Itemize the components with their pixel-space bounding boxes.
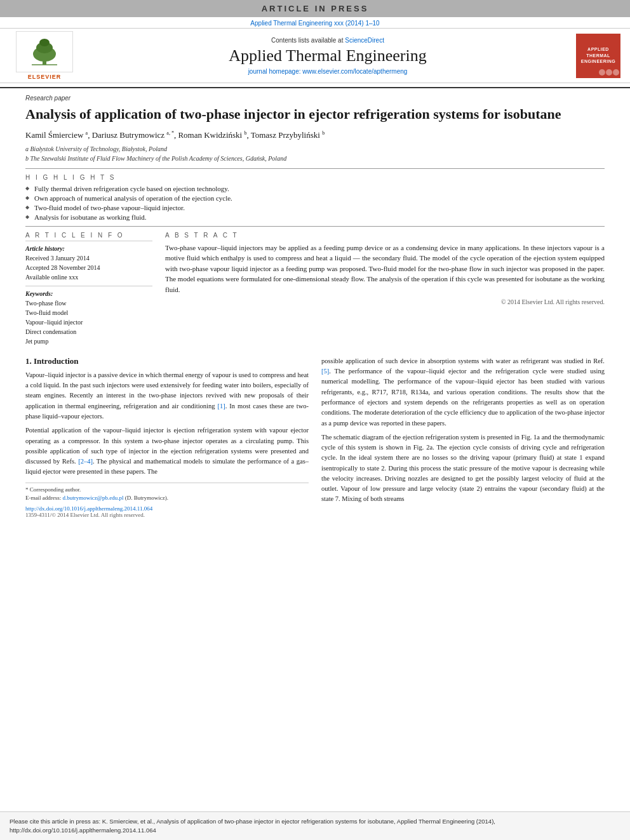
highlights-title: H I G H L I G H T S [25, 174, 605, 181]
highlights-list: Fully thermal driven refrigeration cycle… [25, 185, 605, 221]
elsevier-tree-svg [25, 36, 64, 68]
highlight-item-4: Analysis for isobutane as working fluid. [25, 213, 605, 221]
body-left-col: 1. Introduction Vapour–liquid injector i… [25, 356, 309, 518]
kw-2: Two-fluid model [25, 309, 68, 316]
svg-point-3 [39, 39, 50, 46]
elsevier-logo-img [16, 31, 73, 72]
divider-2 [25, 226, 605, 227]
science-direct-link[interactable]: ScienceDirect [345, 37, 384, 44]
history-label: Article history: [25, 245, 152, 252]
issn-line: 1359-4311/© 2014 Elsevier Ltd. All right… [25, 512, 309, 518]
homepage-url[interactable]: www.elsevier.com/locate/apthermeng [302, 68, 407, 75]
right-para-1: possible application of such device in a… [321, 356, 605, 429]
citation-bar: Please cite this article in press as: K.… [0, 811, 630, 841]
logo-line-1: APPLIED [587, 46, 609, 53]
email-label: E-mail address: [25, 495, 61, 501]
ref-5[interactable]: [5] [321, 368, 329, 375]
journal-logo-box: APPLIED THERMAL ENGINEERING [576, 34, 620, 78]
logo-circle-1 [599, 69, 605, 76]
homepage-label: journal homepage: [248, 68, 301, 75]
research-paper-label: Research paper [25, 95, 605, 102]
divider-keywords [25, 286, 152, 286]
journal-header-inner: ELSEVIER Contents lists available at Sci… [0, 28, 630, 83]
keywords-label: Keywords: [25, 290, 152, 297]
info-abstract-section: A R T I C L E I N F O Article history: R… [25, 232, 605, 350]
affiliation-a: a Białystok University of Technology, Bi… [25, 144, 605, 154]
journal-center: Contents lists available at ScienceDirec… [83, 37, 573, 75]
corresponding-author-note: * Corresponding author. E-mail address: … [25, 486, 309, 503]
article-info-col: A R T I C L E I N F O Article history: R… [25, 232, 152, 350]
abstract-text: Two-phase vapour–liquid injectors may be… [165, 243, 605, 295]
keywords-list: Two-phase flow Two-fluid model Vapour–li… [25, 298, 152, 346]
kw-3: Vapour–liquid injector [25, 319, 83, 326]
body-two-col: 1. Introduction Vapour–liquid injector i… [25, 356, 605, 518]
doi-link[interactable]: http://dx.doi.org/10.1016/j.applthermale… [25, 505, 309, 512]
journal-contents-line: Contents lists available at ScienceDirec… [83, 37, 573, 44]
journal-logo-right: APPLIED THERMAL ENGINEERING [573, 34, 624, 78]
article-title: Analysis of application of two-phase inj… [25, 105, 605, 124]
abstract-col: A B S T R A C T Two-phase vapour–liquid … [165, 232, 605, 350]
logo-circle-2 [606, 69, 612, 76]
kw-4: Direct condensation [25, 328, 76, 335]
logo-circles [599, 69, 619, 76]
email-address[interactable]: d.butrymowicz@pb.edu.pl [62, 495, 123, 501]
footnote-area: * Corresponding author. E-mail address: … [25, 483, 309, 518]
body-right-col: possible application of such device in a… [321, 356, 605, 518]
journal-top-line: Applied Thermal Engineering xxx (2014) 1… [0, 17, 630, 28]
article-content: Research paper Analysis of application o… [0, 88, 630, 811]
intro-para-2: Potential application of the vapour–liqu… [25, 425, 309, 477]
elsevier-text: ELSEVIER [28, 74, 62, 80]
received-date: Received 3 January 2014 Accepted 28 Nove… [25, 253, 152, 282]
corresponding-label: * Corresponding author. [25, 486, 81, 493]
right-para-2: The schematic diagram of the ejection re… [321, 432, 605, 505]
email-suffix: (D. Butrymowicz). [125, 495, 168, 501]
ref-1[interactable]: [1] [217, 403, 225, 410]
banner-text: ARTICLE IN PRESS [262, 4, 369, 13]
journal-homepage: journal homepage: www.elsevier.com/locat… [83, 68, 573, 75]
highlight-item-3: Two-fluid model of two-phase vapour–liqu… [25, 204, 605, 211]
affiliation-b: b The Szewalski Institute of Fluid Flow … [25, 154, 605, 163]
journal-title: Applied Thermal Engineering [83, 46, 573, 65]
kw-1: Two-phase flow [25, 300, 67, 307]
intro-heading: 1. Introduction [25, 356, 309, 366]
authors-text: Kamil Śmierciew a, Dariusz Butrymowicz a… [25, 130, 325, 140]
logo-circle-3 [613, 69, 619, 76]
copyright-line: © 2014 Elsevier Ltd. All rights reserved… [165, 298, 605, 305]
authors-line: Kamil Śmierciew a, Dariusz Butrymowicz a… [25, 130, 605, 140]
logo-line-3: ENGINEERING [581, 58, 616, 65]
intro-para-1: Vapour–liquid injector is a passive devi… [25, 370, 309, 422]
affiliations: a Białystok University of Technology, Bi… [25, 144, 605, 163]
logo-line-2: THERMAL [586, 53, 610, 59]
elsevier-logo: ELSEVIER [6, 31, 83, 80]
page: ARTICLE IN PRESS Applied Thermal Enginee… [0, 0, 630, 840]
article-in-press-banner: ARTICLE IN PRESS [0, 0, 630, 17]
highlights-section: H I G H L I G H T S Fully thermal driven… [25, 174, 605, 221]
journal-header: Applied Thermal Engineering xxx (2014) 1… [0, 17, 630, 88]
highlight-item-1: Fully thermal driven refrigeration cycle… [25, 185, 605, 192]
highlight-item-2: Own approach of numerical analysis of op… [25, 194, 605, 202]
abstract-title: A B S T R A C T [165, 232, 605, 239]
kw-5: Jet pump [25, 338, 48, 345]
citation-text: Please cite this article in press as: K.… [10, 818, 495, 834]
article-info-title: A R T I C L E I N F O [25, 232, 152, 241]
ref-2-4[interactable]: [2–4] [78, 458, 93, 465]
divider-1 [25, 168, 605, 169]
